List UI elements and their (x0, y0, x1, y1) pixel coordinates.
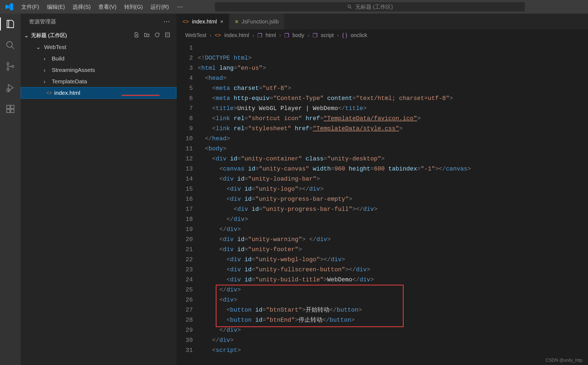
menu-file[interactable]: 文件(F) (17, 2, 43, 12)
menu-run[interactable]: 运行(R) (147, 2, 173, 12)
menu-view[interactable]: 查看(V) (95, 2, 120, 12)
chevron-right-icon: › (44, 55, 50, 62)
editor-tab[interactable]: ≡ JsFunction.jslib (229, 14, 284, 29)
sidebar-more-icon[interactable]: ⋯ (163, 18, 170, 25)
editor-tabbar: <> index.html × ≡ JsFunction.jslib (176, 14, 588, 29)
titlebar: 文件(F) 编辑(E) 选择(S) 查看(V) 转到(G) 运行(R) ⋯ 无标… (0, 0, 588, 14)
menu-go[interactable]: 转到(G) (120, 2, 147, 12)
symbol-icon: ❐ (313, 32, 318, 39)
activity-search-icon[interactable] (4, 39, 17, 52)
workspace-header[interactable]: ⌄ 无标题 (工作区) (21, 29, 176, 41)
collapse-icon[interactable] (164, 32, 170, 39)
breadcrumb-item[interactable]: script (321, 32, 334, 38)
explorer-sidebar: 资源管理器 ⋯ ⌄ 无标题 (工作区) ⌄ WebTest (21, 14, 176, 365)
tree-label: StreamingAssets (52, 67, 95, 73)
svg-point-2 (7, 63, 9, 65)
breadcrumb-item[interactable]: onclick (351, 32, 367, 38)
svg-rect-6 (7, 105, 10, 109)
search-icon (347, 4, 352, 10)
chevron-right-icon: › (307, 32, 309, 38)
file-tree: ⌄ WebTest › Build › StreamingAssets › Te… (21, 41, 176, 99)
new-folder-icon[interactable] (144, 32, 150, 39)
command-center[interactable]: 无标题 (工作区) (215, 2, 525, 12)
symbol-icon: { } (342, 32, 347, 38)
watermark: CSDN @unity_http (546, 358, 583, 363)
chevron-down-icon: ⌄ (36, 44, 42, 50)
activity-extensions-icon[interactable] (4, 102, 17, 115)
tree-label: Build (52, 55, 65, 62)
svg-rect-9 (11, 105, 14, 109)
chevron-right-icon: › (337, 32, 339, 38)
symbol-icon: ❐ (257, 32, 262, 39)
annotation-underline (121, 95, 160, 96)
tree-label: WebTest (44, 44, 66, 50)
tree-folder[interactable]: › StreamingAssets (21, 64, 176, 76)
search-text: 无标题 (工作区) (355, 3, 393, 11)
chevron-right-icon: › (279, 32, 281, 38)
menu-bar: 文件(F) 编辑(E) 选择(S) 查看(V) 转到(G) 运行(R) ⋯ (17, 2, 187, 12)
tree-folder[interactable]: ⌄ WebTest (21, 41, 176, 53)
svg-point-4 (12, 65, 14, 68)
tree-label: index.html (54, 90, 80, 96)
activity-bar (0, 14, 21, 365)
svg-point-1 (7, 42, 13, 47)
editor-area: <> index.html × ≡ JsFunction.jslib WebTe… (176, 14, 588, 365)
html-file-icon: <> (182, 19, 189, 25)
tab-label: JsFunction.jslib (242, 19, 279, 25)
chevron-right-icon: › (209, 32, 211, 38)
html-file-icon: <> (215, 32, 221, 38)
js-file-icon: ≡ (235, 19, 238, 25)
code-editor[interactable]: 1234567891011121314151617181920212223242… (176, 41, 588, 365)
refresh-icon[interactable] (154, 32, 160, 39)
menu-selection[interactable]: 选择(S) (69, 2, 95, 12)
symbol-icon: ❐ (284, 32, 289, 39)
chevron-right-icon: › (252, 32, 254, 38)
editor-tab-active[interactable]: <> index.html × (176, 14, 229, 29)
vscode-icon (5, 2, 14, 11)
html-file-icon: <> (46, 90, 52, 96)
svg-rect-7 (7, 110, 10, 113)
tree-folder[interactable]: › TemplateData (21, 76, 176, 87)
code-content[interactable]: <!DOCTYPE html> <html lang="en-us"> <hea… (198, 41, 588, 365)
tree-folder[interactable]: › Build (21, 53, 176, 64)
breadcrumbs[interactable]: WebTest › <> index.html › ❐ html › ❐ bod… (176, 29, 588, 41)
chevron-right-icon: › (44, 78, 50, 85)
tree-file-selected[interactable]: <> index.html (21, 87, 176, 99)
svg-point-3 (7, 68, 9, 71)
breadcrumb-item[interactable]: html (266, 32, 276, 38)
tab-label: index.html (192, 19, 217, 25)
chevron-right-icon: › (44, 67, 50, 73)
tree-label: TemplateData (52, 78, 87, 85)
new-file-icon[interactable] (133, 32, 139, 39)
workspace-title: 无标题 (工作区) (31, 32, 67, 39)
breadcrumb-item[interactable]: body (293, 32, 304, 38)
menu-edit[interactable]: 编辑(E) (43, 2, 69, 12)
chevron-down-icon: ⌄ (23, 32, 29, 39)
menu-more-icon[interactable]: ⋯ (173, 2, 187, 11)
activity-debug-icon[interactable] (4, 81, 17, 94)
svg-point-0 (348, 5, 351, 8)
breadcrumb-item[interactable]: index.html (224, 32, 249, 38)
sidebar-title: 资源管理器 (29, 18, 56, 25)
activity-git-icon[interactable] (4, 60, 17, 73)
breadcrumb-item[interactable]: WebTest (185, 32, 206, 38)
close-icon[interactable]: × (220, 19, 224, 25)
activity-explorer-icon[interactable] (4, 17, 17, 31)
svg-rect-8 (11, 110, 14, 113)
line-gutter: 1234567891011121314151617181920212223242… (176, 41, 198, 365)
